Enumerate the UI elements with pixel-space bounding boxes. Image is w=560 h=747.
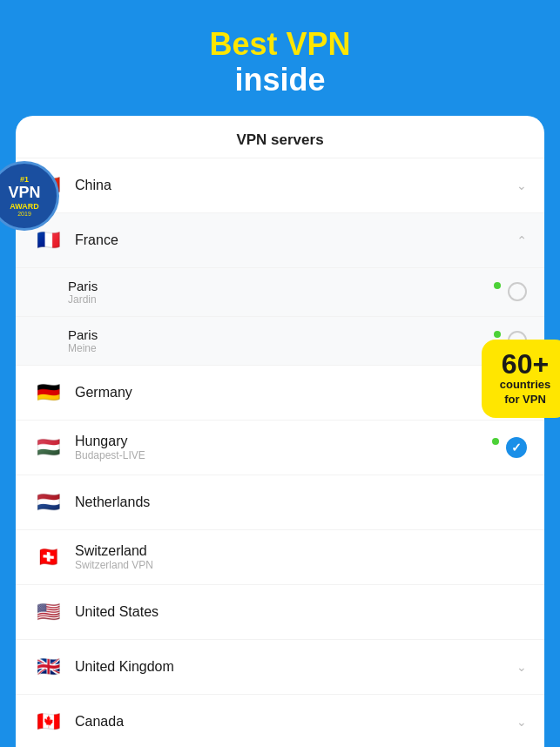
server-row-germany[interactable]: 🇩🇪 Germany ⌄: [16, 366, 544, 421]
server-name-switzerland: Switzerland: [75, 543, 147, 558]
flag-netherlands: 🇳🇱: [33, 488, 63, 517]
countries-number: 60+: [496, 350, 555, 378]
server-row-uk[interactable]: 🇬🇧 United Kingdom ⌄: [16, 640, 544, 695]
flag-uk: 🇬🇧: [33, 652, 63, 682]
server-sub-paris1: Jardin: [68, 293, 501, 306]
header-line2: inside: [17, 62, 543, 98]
server-row-switzerland[interactable]: 🇨🇭 Switzerland Switzerland VPN: [16, 530, 544, 585]
award-year: 2019: [17, 211, 31, 217]
server-card: VPN servers 🇨🇳 China ⌄ 🇫🇷 France ⌄: [16, 116, 544, 747]
online-dot-hungary: [492, 438, 499, 445]
server-name-canada: Canada: [75, 714, 124, 729]
flag-france: 🇫🇷: [33, 225, 63, 255]
flag-germany: 🇩🇪: [33, 378, 63, 407]
server-name-us: United States: [75, 604, 159, 619]
chevron-france: ⌄: [516, 233, 527, 247]
server-row-france[interactable]: 🇫🇷 France ⌄: [16, 213, 544, 268]
award-title: AWARD: [10, 202, 39, 211]
server-name-paris1: Paris: [68, 279, 487, 293]
flag-hungary: 🇭🇺: [33, 433, 63, 462]
server-row-china[interactable]: 🇨🇳 China ⌄: [16, 158, 544, 213]
server-name-germany: Germany: [75, 385, 132, 400]
server-name-netherlands: Netherlands: [75, 495, 150, 509]
flag-us: 🇺🇸: [33, 597, 63, 627]
award-rank: #1: [20, 175, 29, 184]
online-dot-paris1: [494, 282, 501, 289]
server-row-paris-jardin[interactable]: Paris Jardin: [16, 268, 544, 317]
server-row-paris-meine[interactable]: Paris Meine: [16, 317, 544, 366]
chevron-china: ⌄: [516, 178, 527, 192]
server-row-netherlands[interactable]: 🇳🇱 Netherlands: [16, 475, 544, 530]
countries-label: countriesfor VPN: [496, 378, 555, 407]
server-sub-paris2: Meine: [68, 342, 501, 354]
server-sub-switzerland: Switzerland VPN: [75, 559, 527, 571]
server-name-uk: United Kingdom: [75, 659, 174, 674]
award-vpn: VPN: [8, 184, 40, 202]
check-hungary: [506, 437, 527, 458]
server-name-france: France: [75, 232, 118, 247]
chevron-uk: ⌄: [516, 660, 527, 674]
server-row-hungary[interactable]: 🇭🇺 Hungary Budapest-LIVE: [16, 421, 544, 475]
flag-switzerland: 🇨🇭: [33, 542, 63, 572]
header: Best VPN inside: [0, 0, 560, 116]
flag-canada: 🇨🇦: [33, 707, 63, 737]
server-row-canada[interactable]: 🇨🇦 Canada ⌄: [16, 695, 544, 747]
server-name-paris2: Paris: [68, 327, 487, 342]
header-line1: Best VPN: [17, 26, 543, 62]
countries-badge: 60+ countriesfor VPN: [482, 340, 560, 418]
server-row-us[interactable]: 🇺🇸 United States: [16, 585, 544, 640]
server-list: 🇨🇳 China ⌄ 🇫🇷 France ⌄ Paris: [16, 158, 544, 747]
server-sub-hungary: Budapest-LIVE: [75, 449, 499, 461]
server-name-china: China: [75, 178, 111, 192]
card-title: VPN servers: [16, 116, 544, 158]
radio-paris1[interactable]: [508, 282, 527, 301]
server-name-hungary: Hungary: [75, 434, 485, 449]
online-dot-paris2: [494, 331, 501, 338]
chevron-canada: ⌄: [516, 715, 527, 729]
